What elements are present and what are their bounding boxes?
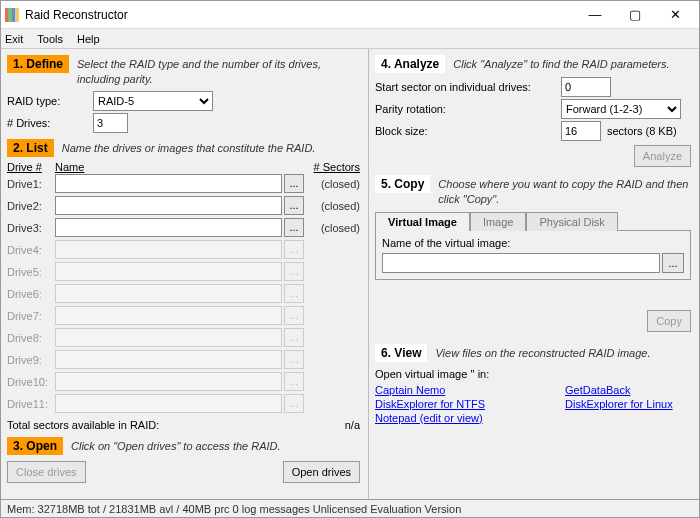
open-virtual-text: Open virtual image '' in:	[375, 368, 691, 380]
drive-status: (closed)	[304, 178, 360, 190]
tab-physical[interactable]: Physical Disk	[526, 212, 617, 231]
drive-browse-button: ...	[284, 328, 304, 347]
analyze-button[interactable]: Analyze	[634, 145, 691, 167]
parity-select[interactable]: Forward (1-2-3)	[561, 99, 681, 119]
close-drives-button[interactable]: Close drives	[7, 461, 86, 483]
drive-name-input	[55, 284, 282, 303]
drive-status: (closed)	[304, 222, 360, 234]
define-badge: 1. Define	[7, 55, 69, 73]
drive-name-input[interactable]	[55, 218, 282, 237]
window-title: Raid Reconstructor	[25, 8, 575, 22]
virtual-browse-button[interactable]: ...	[662, 253, 684, 273]
drive-label: Drive3:	[7, 222, 55, 234]
analyze-desc: Click "Analyze" to find the RAID paramet…	[453, 55, 669, 72]
drive-label: Drive4:	[7, 244, 55, 256]
app-icon	[5, 8, 19, 22]
col-sectors: # Sectors	[304, 161, 360, 173]
drive-row: Drive7:...	[7, 305, 360, 327]
start-label: Start sector on individual drives:	[375, 81, 555, 93]
define-desc: Select the RAID type and the number of i…	[77, 55, 360, 87]
tab-virtual[interactable]: Virtual Image	[375, 212, 470, 231]
virtual-name-label: Name of the virtual image:	[382, 237, 684, 249]
drive-label: Drive8:	[7, 332, 55, 344]
drive-browse-button[interactable]: ...	[284, 218, 304, 237]
drive-name-input[interactable]	[55, 174, 282, 193]
drive-label: Drive11:	[7, 398, 55, 410]
drive-label: Drive6:	[7, 288, 55, 300]
parity-label: Parity rotation:	[375, 103, 555, 115]
drive-name-input	[55, 372, 282, 391]
drive-label: Drive10:	[7, 376, 55, 388]
drive-label: Drive2:	[7, 200, 55, 212]
virtual-name-input[interactable]	[382, 253, 660, 273]
col-name: Name	[55, 161, 304, 173]
drive-row: Drive9:...	[7, 349, 360, 371]
menu-help[interactable]: Help	[77, 33, 100, 45]
menubar: Exit Tools Help	[1, 29, 699, 49]
col-drive: Drive #	[7, 161, 55, 173]
link-linux[interactable]: DiskExplorer for Linux	[565, 398, 673, 410]
open-desc: Click on "Open drives" to access the RAI…	[71, 437, 281, 454]
start-input[interactable]	[561, 77, 611, 97]
drives-input[interactable]	[93, 113, 128, 133]
block-label: Block size:	[375, 125, 555, 137]
analyze-badge: 4. Analyze	[375, 55, 445, 73]
drive-row: Drive8:...	[7, 327, 360, 349]
copy-desc: Choose where you want to copy the RAID a…	[438, 175, 691, 207]
drive-browse-button: ...	[284, 306, 304, 325]
drive-label: Drive1:	[7, 178, 55, 190]
open-drives-button[interactable]: Open drives	[283, 461, 360, 483]
total-label: Total sectors available in RAID:	[7, 419, 159, 431]
drive-name-input	[55, 328, 282, 347]
drive-name-input[interactable]	[55, 196, 282, 215]
menu-exit[interactable]: Exit	[5, 33, 23, 45]
titlebar: Raid Reconstructor — ▢ ✕	[1, 1, 699, 29]
drive-label: Drive5:	[7, 266, 55, 278]
drive-name-input	[55, 262, 282, 281]
raidtype-select[interactable]: RAID-5	[93, 91, 213, 111]
drive-status: (closed)	[304, 200, 360, 212]
maximize-button[interactable]: ▢	[615, 1, 655, 29]
drive-name-input	[55, 350, 282, 369]
drive-browse-button: ...	[284, 284, 304, 303]
close-button[interactable]: ✕	[655, 1, 695, 29]
drive-browse-button[interactable]: ...	[284, 196, 304, 215]
drive-row: Drive5:...	[7, 261, 360, 283]
minimize-button[interactable]: —	[575, 1, 615, 29]
drive-row: Drive3:...(closed)	[7, 217, 360, 239]
drive-browse-button: ...	[284, 240, 304, 259]
drive-browse-button[interactable]: ...	[284, 174, 304, 193]
link-ntfs[interactable]: DiskExplorer for NTFS	[375, 398, 485, 410]
drive-browse-button: ...	[284, 372, 304, 391]
drive-row: Drive2:...(closed)	[7, 195, 360, 217]
drive-row: Drive6:...	[7, 283, 360, 305]
block-input[interactable]	[561, 121, 601, 141]
tab-image[interactable]: Image	[470, 212, 527, 231]
drive-browse-button: ...	[284, 262, 304, 281]
copy-button[interactable]: Copy	[647, 310, 691, 332]
drive-label: Drive9:	[7, 354, 55, 366]
view-badge: 6. View	[375, 344, 427, 362]
drive-browse-button: ...	[284, 350, 304, 369]
open-badge: 3. Open	[7, 437, 63, 455]
drive-name-input	[55, 240, 282, 259]
drive-row: Drive10:...	[7, 371, 360, 393]
drive-name-input	[55, 394, 282, 413]
raidtype-label: RAID type:	[7, 95, 87, 107]
copy-badge: 5. Copy	[375, 175, 430, 193]
statusbar: Mem: 32718MB tot / 21831MB avl / 40MB pr…	[1, 499, 699, 517]
drive-label: Drive7:	[7, 310, 55, 322]
menu-tools[interactable]: Tools	[37, 33, 63, 45]
link-nemo[interactable]: Captain Nemo	[375, 384, 485, 396]
list-desc: Name the drives or images that constitut…	[62, 139, 316, 156]
view-desc: View files on the reconstructed RAID ima…	[435, 344, 650, 361]
list-badge: 2. List	[7, 139, 54, 157]
drive-row: Drive11:...	[7, 393, 360, 415]
drives-label: # Drives:	[7, 117, 87, 129]
block-suffix: sectors (8 KB)	[607, 125, 677, 137]
total-value: n/a	[345, 419, 360, 431]
drive-name-input	[55, 306, 282, 325]
drive-browse-button: ...	[284, 394, 304, 413]
link-notepad[interactable]: Notepad (edit or view)	[375, 412, 485, 424]
link-gdb[interactable]: GetDataBack	[565, 384, 673, 396]
